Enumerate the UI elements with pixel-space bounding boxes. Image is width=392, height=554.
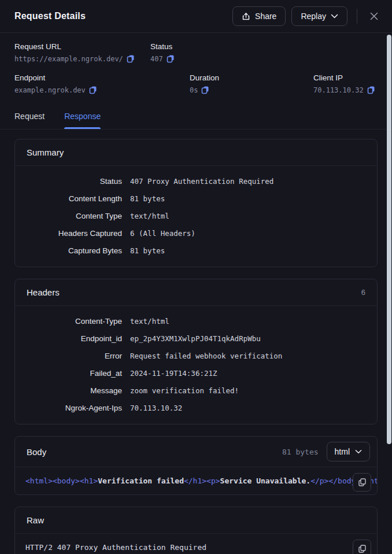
table-row: Messagezoom verification failed! (27, 382, 365, 399)
table-row: Content Typetext/html (27, 207, 365, 224)
chevron-down-icon (331, 14, 338, 19)
panel-header: Request Details Share Replay (0, 0, 392, 33)
raw-card: Raw HTTP/2 407 Proxy Authentication Requ… (14, 507, 378, 554)
raw-copy-button[interactable] (353, 540, 371, 554)
headers-rows: Content-Typetext/htmlEndpoint_idep_2p4Y3… (15, 306, 377, 424)
row-value: text/html (130, 212, 169, 220)
meta-row-2: Endpoint example.ngrok.dev Duration 0s C… (14, 73, 378, 94)
table-row: Ngrok-Agent-Ips70.113.10.32 (27, 399, 365, 416)
body-title: Body (27, 447, 46, 457)
row-label: Failed_at (27, 369, 122, 378)
table-row: ErrorRequest failed webhook verification (27, 347, 365, 364)
copy-icon (358, 478, 367, 487)
table-row: Captured Bytes81 bytes (27, 242, 365, 259)
response-content: Summary Status407 Proxy Authentication R… (0, 130, 392, 554)
meta-client-ip: Client IP 70.113.10.32 (313, 73, 375, 94)
row-value: 81 bytes (130, 246, 165, 255)
body-code: <html><body><h1>Verification failed</h1>… (15, 467, 377, 494)
row-value: 70.113.10.32 (130, 404, 182, 412)
tab-response[interactable]: Response (64, 105, 101, 129)
code-tag-token: <h1> (80, 477, 98, 485)
status-label: Status (150, 42, 175, 51)
code-text-token: Service Unavailable. (220, 477, 311, 485)
summary-rows: Status407 Proxy Authentication RequiredC… (15, 166, 377, 267)
raw-title: Raw (27, 515, 44, 525)
row-label: Ngrok-Agent-Ips (27, 404, 122, 412)
row-label: Content-Type (27, 317, 122, 326)
close-icon (369, 11, 379, 21)
body-size-label: 81 bytes (282, 448, 319, 456)
share-button-label: Share (255, 12, 276, 21)
row-value: zoom verification failed! (130, 386, 239, 395)
replay-button-label: Replay (301, 12, 326, 21)
body-format-select[interactable]: html (327, 442, 370, 461)
request-details-panel: { "header": { "title": "Request Details"… (0, 0, 392, 554)
table-row: Content Length81 bytes (27, 190, 365, 207)
scrollbar-thumb[interactable] (387, 35, 391, 444)
code-tag-token: <body> (53, 477, 80, 485)
body-format-value: html (335, 447, 350, 456)
meta-duration: Duration 0s (190, 73, 313, 94)
row-value: 2024-11-19T14:36:21Z (130, 369, 217, 378)
request-meta: Request URL https://example.ngrok.dev/ S… (0, 33, 392, 105)
row-value: 407 Proxy Authentication Required (130, 177, 273, 186)
row-value: 6 (All Headers) (130, 229, 195, 238)
summary-title: Summary (27, 147, 64, 157)
row-value: ep_2p4Y3XM1XwlpPJ04T1qkAdRpWbu (130, 334, 261, 343)
headers-title: Headers (27, 287, 60, 297)
summary-card-header: Summary (15, 139, 377, 166)
meta-row-1: Request URL https://example.ngrok.dev/ S… (14, 42, 378, 63)
body-card-header: Body 81 bytes html (15, 437, 377, 467)
copy-icon[interactable] (367, 86, 375, 94)
summary-card: Summary Status407 Proxy Authentication R… (14, 139, 378, 267)
row-label: Captured Bytes (27, 246, 122, 255)
row-value: 81 bytes (130, 194, 165, 203)
page-title: Request Details (14, 11, 86, 21)
code-tag-token: <p> (206, 477, 220, 485)
duration-label: Duration (190, 73, 313, 82)
table-row: Failed_at2024-11-19T14:36:21Z (27, 364, 365, 382)
endpoint-value: example.ngrok.dev (14, 86, 86, 94)
copy-icon[interactable] (167, 54, 175, 63)
request-url-label: Request URL (14, 42, 150, 51)
row-value: Request failed webhook verification (130, 352, 282, 360)
row-label: Headers Captured (27, 229, 122, 238)
client-ip-label: Client IP (313, 73, 375, 82)
headers-count-badge: 6 (361, 288, 365, 297)
code-text-token: Verification failed (98, 477, 184, 485)
row-label: Message (27, 386, 122, 395)
meta-status: Status 407 (150, 42, 175, 63)
header-divider (357, 9, 357, 24)
meta-request-url: Request URL https://example.ngrok.dev/ (14, 42, 150, 63)
headers-card: Headers 6 Content-Typetext/htmlEndpoint_… (14, 279, 378, 424)
meta-endpoint: Endpoint example.ngrok.dev (14, 73, 190, 94)
replay-button[interactable]: Replay (291, 6, 347, 26)
headers-card-header: Headers 6 (15, 279, 377, 306)
copy-icon[interactable] (127, 54, 135, 63)
tab-request[interactable]: Request (14, 105, 45, 129)
raw-card-header: Raw (15, 507, 377, 534)
share-button[interactable]: Share (232, 6, 286, 26)
table-row: Endpoint_idep_2p4Y3XM1XwlpPJ04T1qkAdRpWb… (27, 330, 365, 347)
code-tag-token: </h1> (184, 477, 206, 485)
status-value: 407 (150, 55, 163, 63)
raw-content: HTTP/2 407 Proxy Authentication Required… (15, 534, 377, 554)
row-label: Endpoint_id (27, 334, 122, 343)
copy-icon (358, 544, 367, 553)
share-icon (242, 12, 250, 21)
table-row: Status407 Proxy Authentication Required (27, 172, 365, 190)
close-button[interactable] (367, 9, 382, 24)
header-actions: Share Replay (232, 6, 382, 26)
client-ip-value: 70.113.10.32 (313, 86, 364, 94)
duration-value: 0s (190, 86, 198, 94)
endpoint-label: Endpoint (14, 73, 190, 82)
row-label: Content Length (27, 194, 122, 203)
raw-line: HTTP/2 407 Proxy Authentication Required (25, 542, 352, 553)
copy-icon[interactable] (201, 86, 209, 94)
row-label: Content Type (27, 212, 122, 220)
table-row: Headers Captured6 (All Headers) (27, 224, 365, 242)
request-response-tabs: Request Response (0, 105, 392, 130)
copy-icon[interactable] (89, 86, 97, 94)
body-copy-button[interactable] (353, 473, 371, 492)
table-row: Content-Typetext/html (27, 312, 365, 330)
